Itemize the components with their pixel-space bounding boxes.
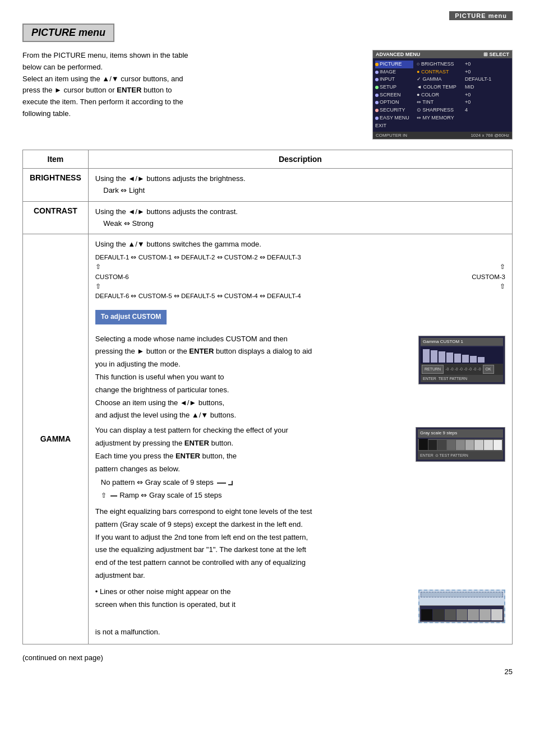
test-bar3 <box>437 440 446 450</box>
gamma-diagram-row1: DEFAULT-1 ⇔ CUSTOM-1 ⇔ DEFAULT-2 ⇔ CUSTO… <box>95 253 505 262</box>
adv-menu-col2: ○ BRIGHTNESS ● CONTRAST ✓ GAMMA ◄ COLOR … <box>417 61 462 129</box>
adv-menu-body: PICTURE IMAGE INPUT SETUP SCREEN OPTION <box>373 58 512 132</box>
eight-line2: pattern (Gray scale of 9 steps) except t… <box>95 519 505 531</box>
pattern-text: pattern changes as below. <box>95 463 505 475</box>
test-pattern-footer: ⊙ TEST PATTERN <box>435 452 468 458</box>
adv-menu-item-exit: EXIT <box>375 122 413 130</box>
table-row-contrast: CONTRAST Using the ◄/► buttons adjusts t… <box>23 201 513 234</box>
bar4 <box>446 353 453 363</box>
adv-menu-item-input: INPUT <box>375 76 413 84</box>
adv-menu-mymemory: ⇔ MY MEMORY <box>417 114 462 122</box>
adv-val-brightness: +0 <box>465 61 493 68</box>
noise-inner-bars <box>420 606 504 622</box>
adv-menu-sharpness: ⊙ SHARPNESS <box>417 106 462 114</box>
noise-box <box>418 590 505 623</box>
adv-val-colortemp: MID <box>465 84 493 91</box>
gamma-line1: Using the ▲/▼ buttons switches the gamma… <box>95 239 505 251</box>
eight-line1: The eight equalizing bars correspond to … <box>95 506 505 518</box>
bar5 <box>454 354 461 363</box>
noise-inner <box>419 605 504 622</box>
contrast-desc: Using the ◄/► buttons adjusts the contra… <box>88 201 512 234</box>
adv-menu-header-left: ADVANCED MENU <box>376 52 420 57</box>
section-title: PICTURE menu <box>22 24 114 42</box>
adv-footer-left: COMPUTER IN <box>376 133 407 138</box>
brightness-item: BRIGHTNESS <box>23 169 89 202</box>
adv-menu-footer: COMPUTER IN 1024 x 768 @60Hz <box>373 132 512 139</box>
adv-menu-col1: PICTURE IMAGE INPUT SETUP SCREEN OPTION <box>375 61 413 129</box>
adv-menu-item-security: SECURITY <box>375 106 413 114</box>
test-dialog-title: Gray scale 9 steps <box>418 429 503 438</box>
ramp-line: ⇧ Ramp ⇔ Gray scale of 15 steps <box>95 490 505 502</box>
nb2 <box>433 609 444 620</box>
enter-label: ENTER <box>423 375 436 382</box>
intro-line6: following table. <box>22 108 361 120</box>
bar2 <box>431 350 437 363</box>
page-header: PICTURE menu <box>22 11 513 20</box>
adv-menu-contrast: ● CONTRAST <box>417 68 462 76</box>
col-header-description: Description <box>88 150 512 169</box>
option-dot <box>375 101 379 104</box>
input-dot <box>375 78 379 81</box>
up-right: ⇧ <box>500 262 505 272</box>
adv-menu-item-screen: SCREEN <box>375 91 413 99</box>
adv-menu-header: ADVANCED MENU ⊞ SELECT <box>373 50 512 58</box>
down-right: ⇧ <box>500 282 505 291</box>
test-bar1 <box>419 439 428 450</box>
dialog-buttons: RETURN -0 -0 -0 -0 -0 -0 -0 -0 OK <box>421 364 503 374</box>
adv-val-gamma: DEFAULT-1 <box>465 76 493 84</box>
screen-dot <box>375 94 379 97</box>
slider-vals: -0 -0 -0 -0 -0 -0 -0 -0 <box>445 366 481 372</box>
nb5 <box>468 609 479 620</box>
dialog-footer: ENTER TEST PATTERN <box>421 375 503 382</box>
bars-row <box>421 347 503 364</box>
gamma-diagram-row4: ⇧ ⇧ <box>95 282 505 291</box>
test-enter-label: ENTER <box>420 452 433 458</box>
intro-text: From the PICTURE menu, items shown in th… <box>22 50 361 120</box>
page-header-title: PICTURE menu <box>449 11 513 20</box>
test-dialog-footer: ENTER ⊙ TEST PATTERN <box>418 451 503 460</box>
arrow-diagram <box>217 483 226 484</box>
ok-btn[interactable]: OK <box>483 365 494 373</box>
adv-val-sharpness: 4 <box>465 106 493 114</box>
adv-menu-color: ● COLOR <box>417 91 462 99</box>
eight-line4: use the equalizing adjustment bar "1". T… <box>95 544 505 556</box>
brightness-desc: Using the ◄/► buttons adjusts the bright… <box>88 169 512 202</box>
eight-line3: If you want to adjust the 2nd tone from … <box>95 532 505 544</box>
adv-menu-item-easy: EASY MENU <box>375 114 413 122</box>
adv-menu-tint: ⇔ TINT <box>417 99 462 106</box>
test-bar8 <box>484 440 493 450</box>
intro-line4: press the ► cursor button or ENTER butto… <box>22 85 361 96</box>
adv-menu-col3: +0 +0 DEFAULT-1 MID +0 +0 4 <box>465 61 493 129</box>
advanced-menu-screenshot: ADVANCED MENU ⊞ SELECT PICTURE IMAGE INP… <box>372 50 513 140</box>
security-dot <box>375 109 379 112</box>
corner-arrow <box>228 481 233 485</box>
custom-dialog: Gamma CUSTOM 1 RETURN -0 -0 -0 -0 -0 -0 <box>418 336 505 384</box>
noise-top <box>421 592 503 597</box>
gamma-diagram-row3: CUSTOM-6 CUSTOM-3 <box>95 272 505 282</box>
test-bar4 <box>447 440 456 450</box>
adv-menu-item-option: OPTION <box>375 99 413 106</box>
easy-dot <box>375 117 379 120</box>
test-dialog: Gray scale 9 steps ENTER ⊙ <box>416 427 505 462</box>
col-header-item: Item <box>23 150 89 169</box>
contrast-item: CONTRAST <box>23 201 89 234</box>
image-dot <box>375 71 379 74</box>
page-number: 25 <box>22 667 513 676</box>
nb1 <box>421 609 432 620</box>
adv-footer-right: 1024 x 768 @60Hz <box>471 133 509 138</box>
not-text: is not a malfunction. <box>95 627 505 638</box>
gamma-desc: Using the ▲/▼ buttons switches the gamma… <box>88 234 512 644</box>
adv-menu-item-setup: SETUP <box>375 84 413 91</box>
nb4 <box>456 609 468 620</box>
eight-line5: end of the test pattern cannot be contro… <box>95 557 505 569</box>
adv-menu-gamma: ✓ GAMMA <box>417 76 462 84</box>
table-row-gamma: GAMMA Using the ▲/▼ buttons switches the… <box>23 234 513 644</box>
main-table: Item Description BRIGHTNESS Using the ◄/… <box>22 150 513 644</box>
return-btn[interactable]: RETURN <box>422 365 444 373</box>
test-bar6 <box>465 440 474 450</box>
adv-menu-item-image: IMAGE <box>375 68 413 76</box>
gamma-diagram-row5: DEFAULT-6 ⇔ CUSTOM-5 ⇔ DEFAULT-5 ⇔ CUSTO… <box>95 291 505 301</box>
intro-line2: below can be performed. <box>22 62 361 73</box>
ramp-line-symbol <box>110 495 117 497</box>
adv-menu-colortemp: ◄ COLOR TEMP <box>417 84 462 91</box>
